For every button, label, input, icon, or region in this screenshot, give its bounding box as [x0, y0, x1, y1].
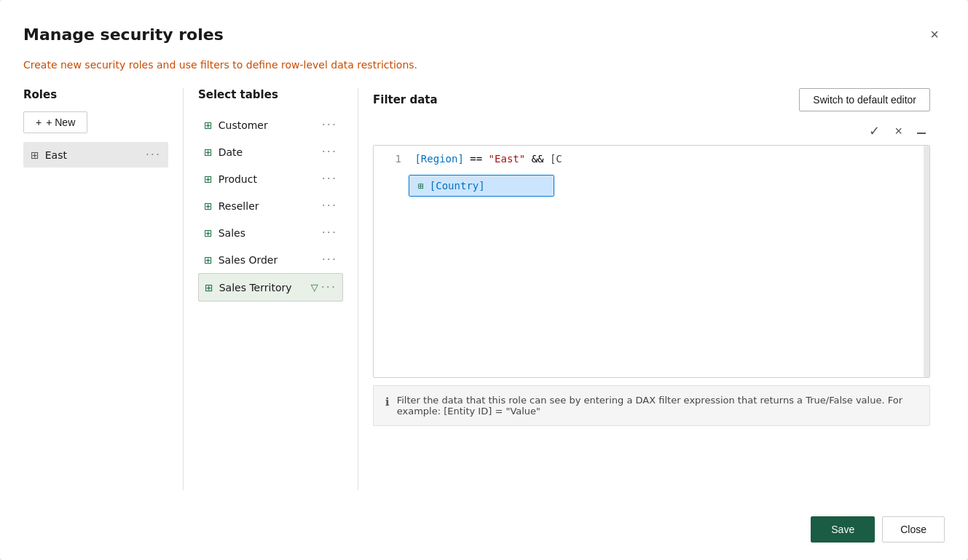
table-more-button[interactable]: ··· [322, 172, 337, 186]
table-grid-icon: ⊞ [204, 227, 213, 239]
role-item-east[interactable]: ⊞ East ··· [23, 142, 168, 167]
switch-editor-button[interactable]: Switch to default editor [799, 88, 930, 111]
table-item-customer[interactable]: ⊞ Customer ··· [198, 111, 343, 138]
role-name: East [45, 149, 67, 161]
table-name: Date [219, 146, 243, 158]
minimize-icon [917, 133, 926, 134]
dax-equals-op: == [470, 153, 488, 165]
table-grid-icon: ⊞ [204, 119, 213, 131]
table-grid-icon: ⊞ [205, 282, 213, 293]
autocomplete-table-icon: ⊞ [418, 181, 424, 192]
dialog-subtitle: Create new security roles and use filter… [23, 59, 945, 71]
autocomplete-country-item[interactable]: ⊞ [Country] [409, 176, 554, 196]
table-more-button[interactable]: ··· [322, 253, 337, 267]
info-icon: ℹ [385, 395, 390, 409]
close-footer-button[interactable]: Close [882, 516, 945, 543]
tables-panel: Select tables ⊞ Customer ··· ⊞ Date ··· … [184, 88, 358, 490]
autocomplete-dropdown[interactable]: ⊞ [Country] [409, 175, 554, 197]
roles-panel-title: Roles [23, 88, 168, 101]
cancel-filter-button[interactable]: × [890, 122, 907, 141]
roles-panel: Roles + + New ⊞ East ··· [23, 88, 184, 490]
filter-panel-title: Filter data [373, 93, 438, 106]
dax-and-op: && [532, 153, 550, 165]
table-item-product[interactable]: ⊞ Product ··· [198, 165, 343, 192]
table-name: Reseller [219, 200, 259, 212]
minimize-filter-button[interactable] [913, 122, 930, 141]
table-name: Sales [219, 227, 245, 239]
table-item-date[interactable]: ⊞ Date ··· [198, 138, 343, 165]
table-more-button[interactable]: ··· [322, 145, 337, 159]
plus-icon: + [36, 117, 42, 128]
dialog-header: Manage security roles × [23, 23, 945, 46]
save-button[interactable]: Save [811, 516, 875, 543]
filter-toolbar: ✓ × [373, 122, 930, 141]
manage-security-roles-dialog: Manage security roles × Create new secur… [0, 0, 968, 560]
dax-region-field: [Region] [414, 153, 463, 165]
confirm-filter-button[interactable]: ✓ [865, 122, 884, 141]
filter-header: Filter data Switch to default editor [373, 88, 930, 111]
main-content: Roles + + New ⊞ East ··· Select tables ⊞… [23, 88, 945, 490]
dax-partial-code: [C [550, 153, 562, 165]
filter-panel: Filter data Switch to default editor ✓ ×… [358, 88, 945, 490]
dialog-title: Manage security roles [23, 25, 224, 44]
new-role-button[interactable]: + + New [23, 111, 87, 133]
filter-scrollbar[interactable] [924, 146, 929, 377]
table-grid-icon: ⊞ [204, 173, 213, 185]
filter-hint: ℹ Filter the data that this role can see… [373, 385, 930, 426]
checkmark-icon: ✓ [869, 124, 880, 138]
role-table-icon: ⊞ [31, 149, 39, 161]
new-role-label: + New [46, 117, 75, 128]
table-more-button[interactable]: ··· [322, 199, 337, 213]
hint-text: Filter the data that this role can see b… [397, 395, 918, 417]
table-more-button[interactable]: ··· [321, 280, 337, 294]
table-grid-icon: ⊞ [204, 254, 213, 266]
dialog-close-button[interactable]: × [924, 23, 945, 46]
table-name: Sales Territory [219, 282, 292, 293]
role-more-button[interactable]: ··· [146, 148, 161, 162]
cancel-icon: × [894, 124, 902, 138]
table-item-sales-order[interactable]: ⊞ Sales Order ··· [198, 246, 343, 273]
table-name: Customer [219, 119, 268, 131]
table-more-button[interactable]: ··· [322, 226, 337, 240]
tables-panel-title: Select tables [198, 88, 343, 101]
table-more-button[interactable]: ··· [322, 118, 337, 132]
dax-east-string: "East" [489, 153, 526, 165]
table-grid-icon: ⊞ [204, 146, 213, 158]
filter-active-icon: ▽ [311, 282, 318, 293]
table-name: Product [219, 173, 257, 185]
table-item-sales-territory[interactable]: ⊞ Sales Territory ▽ ··· [198, 273, 343, 301]
table-item-reseller[interactable]: ⊞ Reseller ··· [198, 192, 343, 219]
table-grid-icon: ⊞ [204, 200, 213, 212]
autocomplete-item-label: [Country] [430, 180, 485, 192]
line-number-1: 1 [384, 153, 401, 165]
table-item-sales[interactable]: ⊞ Sales ··· [198, 219, 343, 246]
table-name: Sales Order [219, 254, 278, 266]
filter-editor-container: 1 [Region] == "East" && [C ⊞ [Country] [373, 145, 930, 378]
dialog-footer: Save Close [23, 508, 945, 543]
